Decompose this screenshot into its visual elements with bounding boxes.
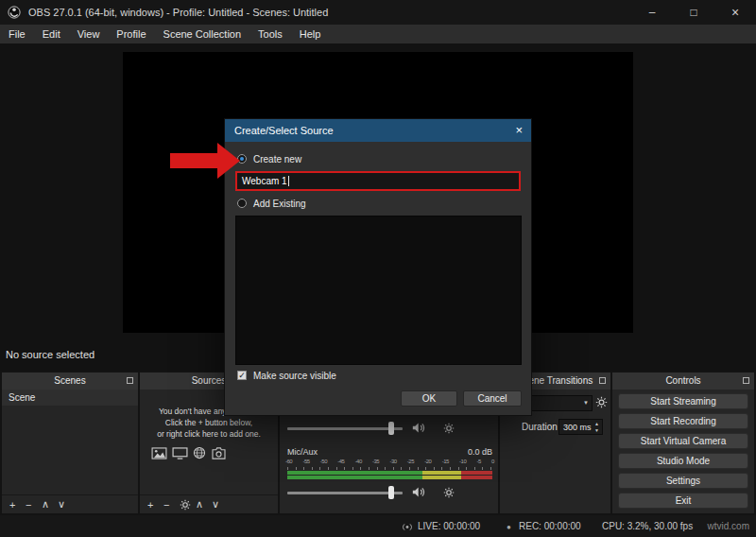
ok-button[interactable]: OK: [401, 390, 457, 407]
image-icon: [151, 447, 167, 459]
display-icon: [172, 447, 188, 459]
float-dock-icon[interactable]: [127, 377, 133, 384]
start-recording-button[interactable]: Start Recording: [618, 413, 748, 429]
chevron-down-icon: ▼: [583, 400, 589, 406]
exit-button[interactable]: Exit: [618, 493, 748, 509]
settings-button[interactable]: Settings: [618, 473, 748, 489]
scenes-panel-title: Scenes: [54, 375, 85, 386]
dialog-title: Create/Select Source: [225, 125, 334, 136]
float-dock-icon[interactable]: [743, 377, 749, 384]
add-existing-radio[interactable]: [237, 199, 247, 208]
mic-meter-left: [287, 471, 492, 475]
menu-item-tools[interactable]: Tools: [249, 25, 291, 43]
cancel-button[interactable]: Cancel: [463, 390, 522, 407]
meter-scale: -60-55-50-45-40-35-30-25-20-15-10-50: [285, 459, 494, 464]
menu-item-profile[interactable]: Profile: [108, 25, 154, 43]
cpu-fps-stats: CPU: 3.2%, 30.00 fps: [602, 521, 693, 531]
text-caret: [288, 176, 289, 186]
scenes-panel: Scenes Scene + − ∧ ∨: [2, 372, 138, 513]
camera-icon: [211, 447, 227, 459]
controls-panel-title: Controls: [665, 375, 700, 386]
mic-aux-label: Mic/Aux: [287, 447, 318, 457]
mixer-gear-icon[interactable]: [443, 487, 455, 498]
mic-volume-slider[interactable]: [287, 485, 403, 500]
menu-item-file[interactable]: File: [0, 25, 34, 43]
scenes-panel-header: Scenes: [2, 372, 138, 390]
window-title: OBS 27.0.1 (64-bit, windows) - Profile: …: [28, 7, 328, 18]
make-source-visible-checkbox[interactable]: ✓: [237, 371, 247, 380]
move-scene-down-button[interactable]: ∨: [58, 498, 74, 511]
live-broadcast-icon: [401, 523, 414, 531]
menu-item-edit[interactable]: Edit: [34, 25, 69, 43]
statusbar: LIVE: 00:00:00 ● REC: 00:00:00 CPU: 3.2%…: [0, 515, 756, 537]
obs-logo-icon: [8, 6, 21, 19]
move-scene-up-button[interactable]: ∧: [42, 498, 58, 511]
move-source-up-button[interactable]: ∧: [196, 498, 212, 511]
rec-dot-icon: ●: [507, 523, 511, 531]
browser-globe-icon: [193, 446, 206, 459]
transition-properties-gear-icon[interactable]: [595, 396, 608, 408]
mic-aux-db-value: 0.0 dB: [468, 447, 492, 457]
source-properties-gear-icon[interactable]: [180, 499, 196, 511]
dialog-close-icon[interactable]: ×: [515, 123, 523, 137]
mixer-gear-icon[interactable]: [443, 423, 455, 434]
mute-speaker-icon[interactable]: [412, 422, 426, 434]
scene-list-item[interactable]: Scene: [2, 390, 138, 406]
annotation-arrow-head: [217, 143, 240, 179]
menu-item-help[interactable]: Help: [291, 25, 330, 43]
minimize-button[interactable]: –: [631, 0, 673, 25]
mic-meter-right: [287, 476, 492, 479]
no-source-label: No source selected: [6, 349, 94, 360]
source-name-value: Webcam 1: [237, 176, 287, 186]
close-button[interactable]: ×: [714, 0, 756, 25]
create-new-label: Create new: [253, 154, 301, 165]
source-type-icons: [140, 446, 278, 459]
spin-up-icon[interactable]: ▲: [594, 421, 599, 426]
move-source-down-button[interactable]: ∨: [212, 498, 228, 511]
desktop-audio-volume-slider[interactable]: [287, 421, 403, 436]
live-time: LIVE: 00:00:00: [418, 521, 480, 531]
menu-item-view[interactable]: View: [69, 25, 109, 43]
sources-panel-title: Sources: [192, 375, 227, 386]
rec-time: REC: 00:00:00: [519, 521, 581, 531]
existing-sources-list[interactable]: [235, 216, 522, 365]
controls-panel-header: Controls: [612, 372, 754, 390]
duration-spinbox[interactable]: 300 ms ▲ ▼: [558, 419, 603, 435]
spin-down-icon[interactable]: ▼: [594, 427, 599, 433]
sources-toolbar: + − ∧ ∨: [140, 494, 278, 513]
duration-label: Duration: [522, 422, 558, 432]
source-name-input[interactable]: Webcam 1: [235, 171, 521, 191]
annotation-arrow: [170, 153, 217, 168]
duration-value: 300 ms: [563, 423, 592, 432]
controls-panel: Controls Start Streaming Start Recording…: [612, 372, 754, 513]
scenes-toolbar: + − ∧ ∨: [2, 494, 138, 513]
float-dock-icon[interactable]: [599, 377, 606, 384]
menu-item-scene-collection[interactable]: Scene Collection: [155, 25, 250, 43]
add-source-button[interactable]: +: [147, 499, 163, 511]
studio-mode-button[interactable]: Studio Mode: [618, 453, 748, 469]
titlebar: OBS 27.0.1 (64-bit, windows) - Profile: …: [0, 0, 756, 25]
remove-source-button[interactable]: −: [163, 499, 180, 511]
watermark: wtvid.com: [708, 521, 749, 531]
obs-window: OBS 27.0.1 (64-bit, windows) - Profile: …: [0, 0, 756, 537]
remove-scene-button[interactable]: −: [26, 499, 42, 511]
dialog-titlebar: Create/Select Source ×: [225, 119, 531, 142]
menubar: File Edit View Profile Scene Collection …: [0, 25, 756, 43]
create-select-source-dialog: Create/Select Source × Create new Webcam…: [224, 118, 532, 416]
mute-speaker-icon[interactable]: [412, 486, 426, 498]
add-existing-label: Add Existing: [253, 199, 306, 209]
meter-ticks: [287, 467, 492, 470]
maximize-button[interactable]: □: [673, 0, 714, 25]
start-virtual-camera-button[interactable]: Start Virtual Camera: [618, 433, 748, 449]
make-source-visible-label: Make source visible: [253, 371, 336, 381]
add-scene-button[interactable]: +: [9, 499, 26, 511]
start-streaming-button[interactable]: Start Streaming: [618, 393, 748, 409]
